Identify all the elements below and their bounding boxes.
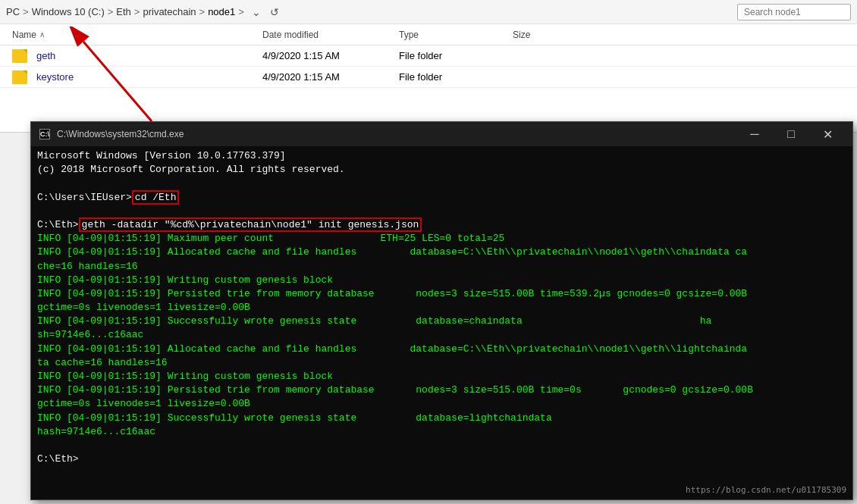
cmd-line-13: sh=9714e6...c16aac [37,328,846,342]
search-input[interactable] [737,4,851,20]
file-row-keystore[interactable]: keystore 4/9/2020 1:15 AM File folder [0,67,857,88]
file-type-keystore: File folder [399,71,513,83]
breadcrumb-node1[interactable]: node1 [208,6,235,17]
cmd-line-5: C:\Eth>geth -datadir "%cd%\privatechain\… [37,218,846,232]
nav-refresh-button[interactable]: ↺ [265,5,284,20]
cmd-line-19: INFO [04-09|01:15:19] Successfully wrote… [37,412,846,425]
col-name-header[interactable]: Name ∧ [12,30,262,40]
cmd-line-12: INFO [04-09|01:15:19] Successfully wrote… [37,315,846,328]
column-headers: Name ∧ Date modified Type Size [0,24,857,45]
cmd-body: Microsoft Windows [Version 10.0.17763.37… [31,146,852,499]
close-button[interactable]: ✕ [810,122,845,146]
cmd-line-18: gctime=0s livenodes=1 livesize=0.00B [37,397,846,411]
maximize-button[interactable]: □ [774,122,808,146]
cmd-line-9: INFO [04-09|01:15:19] Writing custom gen… [37,274,846,287]
col-size-header[interactable]: Size [513,30,589,40]
cmd-line-20: hash=9714e6...c16aac [37,425,846,439]
sort-arrow-icon: ∧ [39,30,45,39]
cmd-controls[interactable]: ─ □ ✕ [737,122,845,146]
col-type-header[interactable]: Type [399,30,513,40]
file-date-keystore: 4/9/2020 1:15 AM [262,71,399,83]
folder-icon-keystore [12,70,27,84]
sep2: > [108,6,114,17]
cmd-line-11: gctime=0s livenodes=1 livesize=0.00B [37,301,846,315]
sep5: > [238,6,244,17]
cmd-titlebar[interactable]: C:\ C:\Windows\system32\cmd.exe ─ □ ✕ [31,122,852,146]
cmd-line-3: C:\Users\IEUser>cd /Eth [37,191,846,205]
cmd-line-14: INFO [04-09|01:15:19] Allocated cache an… [37,343,846,356]
cmd-line-15: ta cache=16 handles=16 [37,356,846,370]
cmd-line-7: INFO [04-09|01:15:19] Allocated cache an… [37,246,846,259]
file-explorer: PC > Windows 10 (C:) > Eth > privatechai… [0,0,857,133]
folder-icon-geth [12,49,27,63]
cmd-line-4 [37,205,846,218]
cmd-line-1: (c) 2018 Microsoft Corporation. All righ… [37,163,846,177]
file-name-keystore: keystore [12,70,262,84]
cmd-window-icon: C:\ [39,128,51,140]
cmd-line-22: C:\Eth> [37,452,846,466]
col-date-header[interactable]: Date modified [262,30,399,40]
cmd-window: C:\ C:\Windows\system32\cmd.exe ─ □ ✕ Mi… [30,121,853,500]
cmd-line-16: INFO [04-09|01:15:19] Writing custom gen… [37,370,846,383]
cmd-line-10: INFO [04-09|01:15:19] Persisted trie fro… [37,287,846,301]
sep1: > [23,6,29,17]
cmd-line-21 [37,439,846,452]
breadcrumb-privatechain[interactable]: privatechain [143,6,196,17]
cmd-line-17: INFO [04-09|01:15:19] Persisted trie fro… [37,383,846,397]
cmd-line-2 [37,177,846,190]
cmd-line-8: che=16 handles=16 [37,260,846,274]
url-watermark: https://blog.csdn.net/u011785309 [686,485,846,495]
minimize-button[interactable]: ─ [737,122,772,146]
nav-dropdown-button[interactable]: ⌄ [247,5,265,20]
cmd-line-6: INFO [04-09|01:15:19] Maximum peer count… [37,232,846,246]
sep4: > [199,6,206,17]
file-date-geth: 4/9/2020 1:15 AM [262,50,399,61]
file-row-geth[interactable]: geth 4/9/2020 1:15 AM File folder [0,45,857,67]
cmd-title: C:\Windows\system32\cmd.exe [57,129,737,139]
cmd-content[interactable]: Microsoft Windows [Version 10.0.17763.37… [31,146,852,499]
breadcrumb-drive[interactable]: Windows 10 (C:) [32,6,105,17]
file-type-geth: File folder [399,50,513,61]
breadcrumb-bar[interactable]: PC > Windows 10 (C:) > Eth > privatechai… [0,0,857,24]
cmd-line-0: Microsoft Windows [Version 10.0.17763.37… [37,149,846,163]
breadcrumb-eth[interactable]: Eth [116,6,131,17]
sep3: > [134,6,140,17]
breadcrumb-pc[interactable]: PC [6,6,20,17]
file-name-geth: geth [12,49,262,63]
